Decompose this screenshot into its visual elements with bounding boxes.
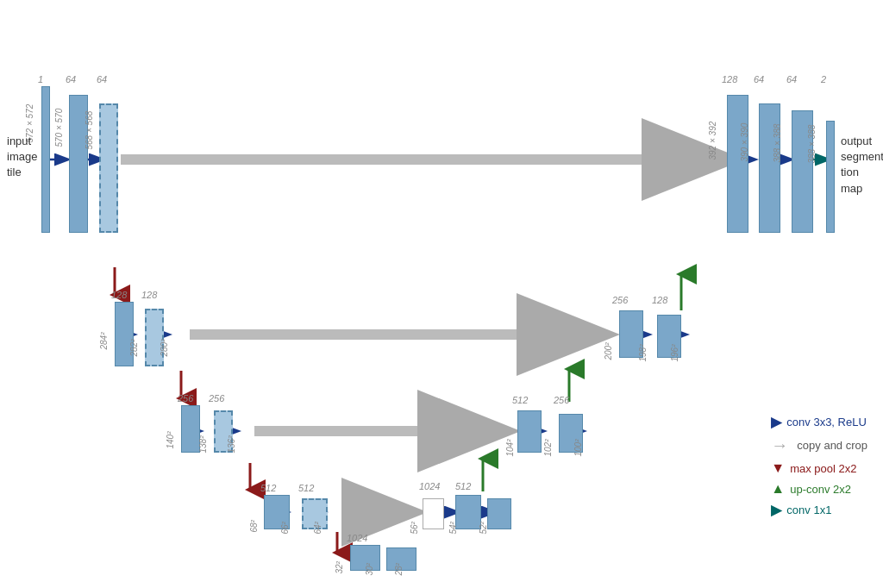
label-dec3-ch256: 256 <box>554 395 569 405</box>
label-dec2-dim1: 200² <box>604 342 613 360</box>
label-bottleneck-dim3: 28² <box>394 563 404 575</box>
label-dec3-dim3: 100² <box>573 439 583 456</box>
label-dec3-dim1: 104² <box>505 439 515 456</box>
label-enc2-dim2: 282² <box>129 339 139 356</box>
label-enc2-dim3: 280² <box>160 339 169 356</box>
label-enc4-dim2: 66² <box>280 522 290 534</box>
label-dec3-dim2: 102² <box>543 439 553 456</box>
label-dec4-ch1024: 1024 <box>419 481 440 491</box>
label-dec4-dim1: 56² <box>410 522 419 534</box>
label-dec1-ch64b: 64 <box>786 74 797 84</box>
legend-green-arrow: ▲ <box>771 481 785 497</box>
label-dec1-dim1: 392 × 392 <box>708 122 717 160</box>
label-dec2-ch256: 256 <box>612 295 628 305</box>
label-enc3-dim1: 140² <box>166 431 175 448</box>
legend-gray-arrow: → <box>771 435 788 455</box>
block-enc2-conv1 <box>115 302 134 366</box>
block-enc1-input <box>41 86 50 233</box>
legend-conv1x1: ▶ conv 1x1 <box>771 502 867 518</box>
label-enc1-dim2: 570 × 570 <box>54 109 64 147</box>
input-label: inputimagetile <box>7 134 37 181</box>
legend-teal-arrow: ▶ <box>771 502 781 518</box>
label-dec2-ch128: 128 <box>652 295 667 305</box>
label-enc2-dim1: 284² <box>99 332 109 349</box>
label-dec2-dim2: 198² <box>638 344 648 361</box>
label-enc4-ch512b: 512 <box>298 483 314 493</box>
label-dec1-dim2: 390 × 390 <box>740 123 749 162</box>
label-enc3-dim2: 138² <box>198 435 208 453</box>
legend-upconv-label: up-conv 2x2 <box>790 483 851 496</box>
label-enc2-ch128a: 128 <box>111 290 127 300</box>
output-label: outputsegmenta-tionmap <box>841 134 883 197</box>
label-dec1-ch2: 2 <box>821 74 826 84</box>
label-enc4-dim3: 64² <box>313 522 323 534</box>
label-bottleneck-dim1: 32² <box>335 561 344 573</box>
label-dec4-dim2: 54² <box>448 522 458 534</box>
block-dec1-conv2 <box>759 103 780 233</box>
legend-blue-arrow: ▶ <box>771 414 781 430</box>
legend: ▶ conv 3x3, ReLU → copy and crop ▼ max p… <box>771 414 867 523</box>
label-enc4-dim1: 68² <box>249 520 259 532</box>
legend-maxpool: ▼ max pool 2x2 <box>771 460 867 476</box>
label-enc3-ch256b: 256 <box>209 393 224 403</box>
block-dec4-upconv <box>423 498 444 529</box>
label-dec1-dim3: 388 × 388 <box>773 124 782 163</box>
label-enc4-ch512a: 512 <box>260 483 276 493</box>
label-dec4-ch512: 512 <box>455 481 471 491</box>
legend-upconv: ▲ up-conv 2x2 <box>771 481 867 497</box>
block-dec4-conv1 <box>455 495 481 529</box>
label-enc2-ch128b: 128 <box>141 290 157 300</box>
block-dec3-conv1 <box>517 410 542 453</box>
label-dec1-ch128: 128 <box>722 74 737 84</box>
label-dec3-ch512: 512 <box>512 395 528 405</box>
block-dec4-conv2 <box>487 498 511 529</box>
label-enc1-ch64b: 64 <box>97 74 107 84</box>
label-enc3-ch256a: 256 <box>178 393 193 403</box>
legend-copy: → copy and crop <box>771 435 867 455</box>
legend-conv1x1-label: conv 1x1 <box>786 504 831 516</box>
block-enc2-conv2 <box>145 309 164 366</box>
block-enc1-conv2 <box>99 103 118 233</box>
label-dec1-ch64a: 64 <box>754 74 764 84</box>
label-bottleneck-dim2: 30² <box>365 563 374 575</box>
legend-red-arrow: ▼ <box>771 460 785 476</box>
block-dec1-conv1 <box>727 95 748 233</box>
legend-conv: ▶ conv 3x3, ReLU <box>771 414 867 430</box>
label-bottleneck-ch1024: 1024 <box>347 533 367 543</box>
label-dec2-dim3: 196² <box>670 344 679 361</box>
block-dec1-final <box>826 121 835 233</box>
legend-maxpool-label: max pool 2x2 <box>790 462 856 475</box>
label-enc1-ch64a: 64 <box>66 74 76 84</box>
legend-copy-label: copy and crop <box>797 439 867 452</box>
label-dec4-dim3: 52² <box>479 522 488 534</box>
label-enc3-dim3: 136² <box>227 435 236 453</box>
label-dec1-dim4: 388 × 388 <box>807 125 817 164</box>
label-enc1-dim3: 568 × 568 <box>85 111 94 150</box>
label-enc1-ch1: 1 <box>38 74 43 84</box>
legend-conv-label: conv 3x3, ReLU <box>786 416 867 428</box>
